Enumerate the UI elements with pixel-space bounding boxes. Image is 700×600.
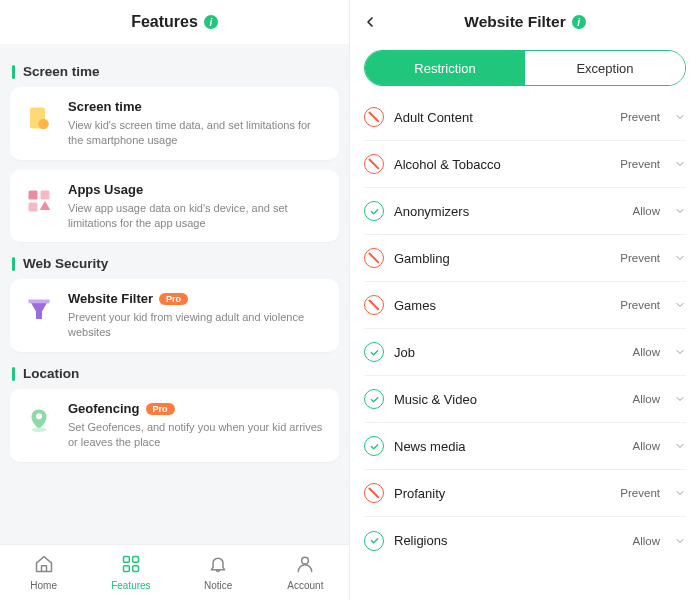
chevron-down-icon [674,158,686,170]
svg-rect-10 [123,557,129,563]
allow-icon [364,436,384,456]
section-heading: Web Security [12,256,337,271]
category-row[interactable]: GamblingPrevent [364,235,686,282]
chevron-down-icon [674,205,686,217]
section-label: Web Security [23,256,108,271]
allow-icon [364,531,384,551]
action-label: Allow [633,346,660,358]
category-label: Adult Content [394,110,610,125]
svg-rect-3 [41,190,50,199]
category-row[interactable]: Alcohol & TobaccoPrevent [364,141,686,188]
category-label: Games [394,298,610,313]
chevron-down-icon [674,535,686,547]
tab-exception[interactable]: Exception [525,51,685,85]
card-title: Geofencing Pro [68,401,327,416]
action-label: Prevent [620,299,660,311]
geofencing-icon [22,403,56,437]
feature-card[interactable]: Geofencing ProSet Geofences, and notify … [10,389,339,462]
category-row[interactable]: Adult ContentPrevent [364,94,686,141]
svg-rect-2 [29,190,38,199]
category-row[interactable]: JobAllow [364,329,686,376]
page-title: Website Filter [464,13,565,31]
action-label: Prevent [620,111,660,123]
account-icon [295,554,315,578]
category-label: News media [394,439,623,454]
prevent-icon [364,107,384,127]
category-label: Religions [394,533,623,548]
filter-tabs: Restriction Exception [364,50,686,86]
allow-icon [364,342,384,362]
action-label: Allow [633,535,660,547]
category-row[interactable]: GamesPrevent [364,282,686,329]
filter-header: Website Filter i [350,0,700,44]
card-desc: View kid's screen time data, and set lim… [68,118,327,148]
tab-restriction[interactable]: Restriction [365,51,525,85]
action-label: Prevent [620,158,660,170]
features-list: Screen timeScreen timeView kid's screen … [0,44,349,544]
prevent-icon [364,248,384,268]
card-title: Apps Usage [68,182,327,197]
category-label: Music & Video [394,392,623,407]
nav-notice[interactable]: Notice [175,545,262,600]
page-title: Features [131,13,198,31]
chevron-down-icon [674,487,686,499]
screen-time-icon [22,101,56,135]
category-row[interactable]: ProfanityPrevent [364,470,686,517]
svg-point-1 [38,119,49,130]
action-label: Prevent [620,487,660,499]
prevent-icon [364,295,384,315]
info-icon[interactable]: i [204,15,218,29]
bottom-nav: HomeFeaturesNoticeAccount [0,544,349,600]
apps-usage-icon [22,184,56,218]
accent-bar [12,65,15,79]
svg-rect-13 [133,566,139,572]
nav-label: Home [30,580,57,591]
feature-card[interactable]: Apps UsageView app usage data on kid's d… [10,170,339,243]
allow-icon [364,201,384,221]
action-label: Prevent [620,252,660,264]
section-heading: Location [12,366,337,381]
card-body: Apps UsageView app usage data on kid's d… [68,182,327,231]
section-heading: Screen time [12,64,337,79]
allow-icon [364,389,384,409]
action-label: Allow [633,440,660,452]
category-label: Profanity [394,486,610,501]
website-filter-screen: Website Filter i Restriction Exception A… [350,0,700,600]
prevent-icon [364,483,384,503]
section-label: Screen time [23,64,100,79]
category-row[interactable]: ReligionsAllow [364,517,686,564]
card-desc: View app usage data on kid's device, and… [68,201,327,231]
svg-rect-4 [29,202,38,211]
nav-features[interactable]: Features [87,545,174,600]
features-icon [121,554,141,578]
prevent-icon [364,154,384,174]
info-icon[interactable]: i [572,15,586,29]
pro-badge: Pro [146,403,175,415]
home-icon [34,554,54,578]
svg-rect-7 [29,300,50,304]
feature-card[interactable]: Website Filter ProPrevent your kid from … [10,279,339,352]
nav-account[interactable]: Account [262,545,349,600]
category-row[interactable]: Music & VideoAllow [364,376,686,423]
card-body: Website Filter ProPrevent your kid from … [68,291,327,340]
chevron-left-icon [362,14,378,30]
category-label: Job [394,345,623,360]
category-row[interactable]: News mediaAllow [364,423,686,470]
features-header: Features i [0,0,349,44]
accent-bar [12,257,15,271]
nav-label: Account [287,580,323,591]
svg-point-9 [32,428,47,433]
svg-marker-5 [40,201,51,210]
website-filter-icon [22,293,56,327]
nav-home[interactable]: Home [0,545,87,600]
back-button[interactable] [362,0,378,44]
nav-label: Notice [204,580,232,591]
svg-point-8 [36,413,42,419]
card-title: Website Filter Pro [68,291,327,306]
feature-card[interactable]: Screen timeView kid's screen time data, … [10,87,339,160]
chevron-down-icon [674,440,686,452]
action-label: Allow [633,393,660,405]
category-row[interactable]: AnonymizersAllow [364,188,686,235]
svg-rect-11 [133,557,139,563]
svg-rect-12 [123,566,129,572]
